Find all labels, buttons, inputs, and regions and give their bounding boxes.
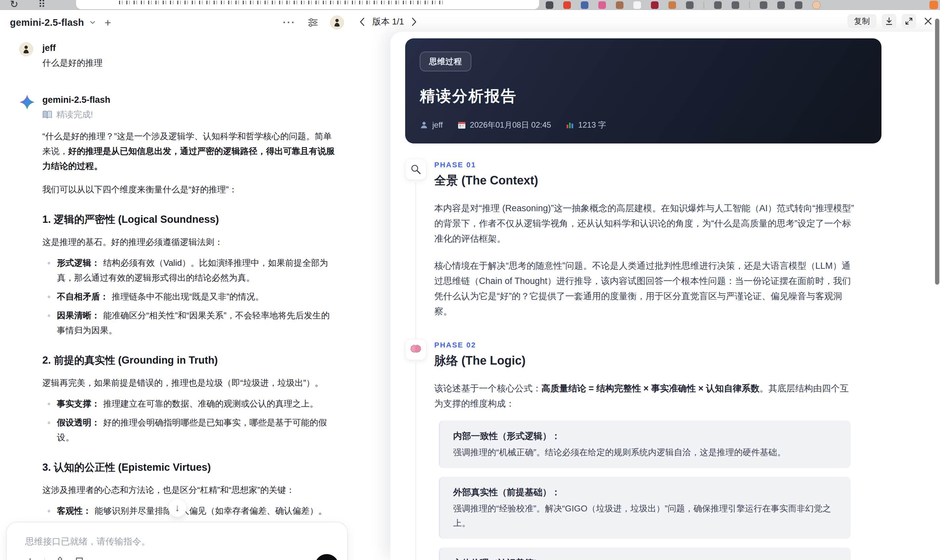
composer-placeholder: 思维接口已就绪，请传输指令。 bbox=[25, 535, 335, 548]
toolbar-separator bbox=[749, 2, 750, 8]
section-intro-3: 这涉及推理者的心态和方法论，也是区分“杠精”和“思想家”的关键： bbox=[42, 483, 337, 497]
browser-right-icon[interactable] bbox=[929, 1, 938, 9]
version-navigator: 版本 1/1 bbox=[359, 16, 418, 28]
user-avatar[interactable] bbox=[330, 15, 344, 29]
assistant-markdown: “什么是好的推理？”这是一个涉及逻辑学、认知科学和哲学核心的问题。简单来说，好的… bbox=[42, 129, 337, 560]
author-meta: jeff bbox=[420, 120, 443, 129]
logic-box-agent-ethics: 主体伦理（认识美德）： 转向推理者的心理特征。引入奥卡姆剃刀和反向论证，旨在克服… bbox=[439, 548, 851, 560]
bullet-item: 客观性：能够识别并尽量排除个人偏见（如幸存者偏差、确认偏差）。 bbox=[42, 503, 337, 518]
user-message: jeff 什么是好的推理 bbox=[19, 42, 354, 71]
close-icon[interactable] bbox=[922, 15, 935, 28]
bookmark-icon[interactable] bbox=[75, 557, 84, 560]
version-label: 版本 1/1 bbox=[373, 16, 404, 28]
magnifier-icon bbox=[405, 158, 426, 180]
sliders-icon[interactable] bbox=[307, 17, 319, 28]
gray-extension-icon-1[interactable] bbox=[686, 2, 693, 9]
book-icon bbox=[42, 111, 52, 119]
bullet-item: 假设透明：好的推理会明确指明哪些是已知事实，哪些是基于可能的假设。 bbox=[42, 415, 337, 445]
chat-header: gemini-2.5-flash + ··· bbox=[0, 10, 354, 35]
report-region: 版本 1/1 复制 bbox=[354, 10, 940, 560]
address-url-text bbox=[119, 1, 443, 4]
fullscreen-button[interactable] bbox=[901, 14, 916, 28]
phase-1-title: 全景 (The Context) bbox=[434, 172, 905, 189]
report-card: 思维过程 精读分析报告 jeff 2 bbox=[390, 32, 940, 560]
chat-panel: gemini-2.5-flash + ··· bbox=[0, 10, 354, 560]
chevron-down-icon[interactable] bbox=[89, 18, 97, 26]
scrollbar-track[interactable] bbox=[934, 18, 940, 550]
browser-toolbar: ↻⠿ bbox=[0, 0, 940, 10]
download-button[interactable] bbox=[882, 14, 896, 28]
brain-icon bbox=[405, 339, 426, 360]
app-window: gemini-2.5-flash + ··· bbox=[0, 10, 940, 560]
phase-2-section: PHASE 02 脉络 (The Logic) 该论述基于一个核心公式：高质量结… bbox=[434, 341, 905, 560]
section-heading-1: 1. 逻辑的严密性 (Logical Soundness) bbox=[42, 213, 337, 226]
panda-extension-icon[interactable] bbox=[633, 2, 641, 9]
bullet-item: 不自相矛盾：推理链条中不能出现“既是又非”的情况。 bbox=[42, 289, 337, 304]
orange-extension-icon[interactable] bbox=[669, 2, 676, 9]
pink-extension-icon[interactable] bbox=[598, 2, 606, 9]
person-icon bbox=[420, 121, 428, 129]
bullet-list-1: 形式逻辑：结构必须有效（Valid）。比如演绎推理中，如果前提全部为真，那么通过… bbox=[42, 255, 337, 338]
date-meta: 2026年01月08日 02:45 bbox=[458, 120, 552, 130]
user-message-text: 什么是好的推理 bbox=[42, 55, 337, 71]
composer[interactable]: 思维接口已就绪，请传输指令。 bbox=[6, 522, 348, 560]
crown-extension-icon[interactable] bbox=[546, 2, 553, 9]
logic-box-internal-consistency: 内部一致性（形式逻辑）： 强调推理的“机械正确”。结论必须在给定的规则系统内逻辑… bbox=[439, 420, 851, 468]
assistant-message: gemini-2.5-flash 精读完成! “什么是好的推理？”这是一个涉及逻… bbox=[19, 94, 354, 560]
blue-extension-icon[interactable] bbox=[581, 2, 589, 9]
report-title: 精读分析报告 bbox=[420, 86, 867, 106]
gray-extension-icon-5[interactable] bbox=[777, 2, 785, 9]
assistant-status-text: 精读完成! bbox=[56, 109, 93, 120]
panel-actions: 复制 bbox=[848, 14, 935, 28]
gray-extension-icon-4[interactable] bbox=[760, 2, 767, 9]
screen: ↻⠿ gemini-2.5-f bbox=[0, 0, 940, 560]
intro-paragraph: “什么是好的推理？”这是一个涉及逻辑学、认知科学和哲学核心的问题。简单来说，好的… bbox=[42, 129, 337, 174]
address-bar[interactable] bbox=[76, 0, 539, 9]
phase-1-section: PHASE 01 全景 (The Context) 本内容是对“推理 (Reas… bbox=[434, 161, 905, 319]
grid-icon[interactable]: ⠿ bbox=[38, 0, 45, 9]
more-options-button[interactable]: ··· bbox=[283, 17, 296, 28]
browser-profile-avatar[interactable] bbox=[812, 1, 821, 9]
previous-version-button[interactable] bbox=[359, 17, 366, 27]
bullet-item: 因果清晰：能准确区分“相关性”和“因果关系”，不会轻率地将先后发生的事情归为因果… bbox=[42, 308, 337, 338]
brown-extension-icon[interactable] bbox=[616, 2, 624, 9]
section-intro-2: 逻辑再完美，如果前提是错误的，推理也是垃圾（即“垃圾进，垃圾出”）。 bbox=[42, 375, 337, 391]
logic-box-external-truth: 外部真实性（前提基础）： 强调推理的“经验校准”。解决“GIGO（垃圾进，垃圾出… bbox=[439, 477, 851, 539]
voice-input-button[interactable] bbox=[315, 554, 339, 560]
copy-button[interactable]: 复制 bbox=[848, 14, 877, 28]
scroll-to-bottom-button[interactable]: ↓ bbox=[168, 498, 186, 517]
phase-timeline: PHASE 01 全景 (The Context) 本内容是对“推理 (Reas… bbox=[405, 161, 905, 560]
attach-plus-icon[interactable] bbox=[25, 557, 35, 560]
calendar-icon bbox=[458, 121, 466, 129]
phase-2-label: PHASE 02 bbox=[434, 341, 905, 349]
user-name: jeff bbox=[42, 42, 337, 54]
gray-extension-icon-3[interactable] bbox=[732, 2, 739, 9]
phase-1-paragraph-2: 核心情境在于解决“思考的随意性”问题。不论是人类通过批判性思维进行决策，还是大语… bbox=[434, 258, 854, 319]
extension-row bbox=[546, 1, 821, 9]
report-hero: 思维过程 精读分析报告 jeff 2 bbox=[405, 38, 881, 143]
next-version-button[interactable] bbox=[410, 17, 418, 27]
gray-extension-icon-2[interactable] bbox=[714, 2, 722, 9]
section-heading-2: 2. 前提的真实性 (Grounding in Truth) bbox=[42, 354, 337, 367]
logic-box-list: 内部一致性（形式逻辑）： 强调推理的“机械正确”。结论必须在给定的规则系统内逻辑… bbox=[439, 420, 851, 560]
word-count-meta: 1213 字 bbox=[566, 120, 606, 130]
sparkle-icon[interactable] bbox=[54, 557, 65, 560]
jeff-avatar bbox=[19, 42, 33, 56]
gray-extension-icon-6[interactable] bbox=[795, 2, 803, 9]
scrollbar-thumb[interactable] bbox=[935, 18, 939, 285]
bullet-item: 事实支撑：推理建立在可靠的数据、准确的观测或公认的真理之上。 bbox=[42, 396, 337, 411]
message-list: jeff 什么是好的推理 bbox=[0, 35, 354, 560]
gemini-star-icon bbox=[19, 94, 34, 110]
section-intro-1: 这是推理的基石。好的推理必须遵循逻辑法则： bbox=[42, 235, 337, 249]
assistant-status: 精读完成! bbox=[42, 109, 337, 120]
phase-1-label: PHASE 01 bbox=[434, 161, 905, 169]
darkred-extension-icon[interactable] bbox=[651, 2, 658, 9]
browser-nav-icons[interactable]: ↻⠿ bbox=[10, 0, 45, 10]
lead-paragraph: 我们可以从以下四个维度来衡量什么是“好的推理”： bbox=[42, 182, 337, 197]
phase-1-paragraph-1: 本内容是对“推理 (Reasoning)”这一抽象概念的高层建模。在知识爆炸与人… bbox=[434, 201, 854, 246]
refresh-icon[interactable]: ↻ bbox=[10, 0, 18, 9]
hero-badge: 思维过程 bbox=[420, 52, 472, 71]
new-chat-button[interactable]: + bbox=[105, 17, 111, 28]
toolbar-separator bbox=[704, 2, 704, 8]
red-extension-icon[interactable] bbox=[563, 2, 571, 9]
